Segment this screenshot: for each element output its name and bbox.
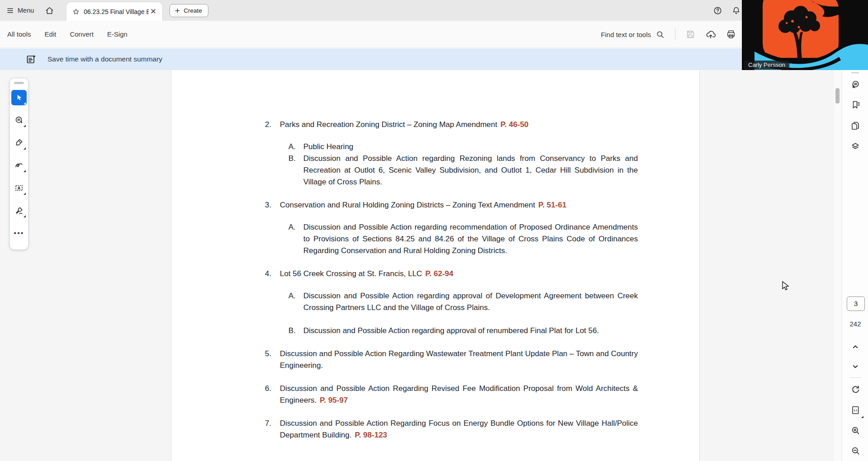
sub-letter: B. (288, 153, 303, 188)
printer-icon (726, 29, 736, 39)
create-button[interactable]: Create (170, 4, 208, 17)
bell-icon (731, 6, 741, 15)
item-title: Discussion and Possible Action Regarding… (280, 418, 638, 441)
toolbar-menu: All tools Edit Convert E-Sign (0, 30, 127, 38)
save-icon (685, 29, 695, 39)
sub-item: B. Discussion and Possible Action regard… (288, 325, 638, 337)
zoom-in-button[interactable] (846, 421, 864, 439)
chevron-up-icon (850, 342, 860, 352)
search-icon (656, 30, 665, 39)
zoom-out-icon (850, 446, 861, 456)
participant-name-label: Carly Persson (744, 61, 789, 70)
right-navigation-rail: 242 1:1 (842, 70, 868, 461)
submenu-marker (861, 416, 863, 418)
tab-bar: Menu 06.23.25 Final Village Bo... ✕ Crea… (0, 0, 868, 21)
fill-and-sign-tool-button[interactable] (11, 203, 27, 218)
item-title: Conservation and Rural Holding Zoning Di… (280, 199, 638, 211)
highlighter-icon (14, 138, 24, 148)
item-title: Discussion and Possible Action Regarding… (280, 383, 638, 406)
rotate-page-button[interactable] (846, 381, 864, 399)
sub-text: Public Hearing (303, 141, 638, 153)
previous-page-button[interactable] (846, 338, 864, 356)
submenu-marker (24, 193, 26, 195)
toolbar-actions: Find text or tools (601, 21, 736, 48)
zoom-out-button[interactable] (846, 442, 864, 460)
draw-tool-button[interactable] (11, 158, 27, 173)
agenda-item-3: 3. Conservation and Rural Holding Zoning… (265, 199, 638, 257)
find-label: Find text or tools (601, 31, 651, 38)
help-button[interactable] (713, 6, 722, 15)
page-reference: P. 95-97 (320, 396, 348, 405)
agenda-content: 2. Parks and Recreation Zoning District … (171, 70, 699, 441)
sub-text: Discussion and Possible Action regarding… (303, 221, 638, 257)
cloud-upload-icon (705, 29, 716, 40)
item-title: Lot 56 Creek Crossing at St. Francis, LL… (280, 268, 638, 280)
pdf-page: 2. Parks and Recreation Zoning District … (171, 70, 700, 461)
page-reference: P. 46-50 (500, 120, 528, 129)
item-title: Parks and Recreation Zoning District – Z… (280, 119, 638, 131)
agenda-item-4: 4. Lot 56 Creek Crossing at St. Francis,… (265, 268, 638, 337)
page-number-input[interactable] (847, 296, 865, 311)
edit-menu[interactable]: Edit (45, 30, 57, 38)
pages-copy-icon (850, 120, 861, 131)
page-fit-icon: 1:1 (850, 405, 861, 415)
document-tab[interactable]: 06.23.25 Final Village Bo... ✕ (66, 2, 162, 21)
submenu-marker (24, 102, 26, 104)
comment-bubble-icon (14, 115, 24, 125)
hamburger-icon (6, 7, 14, 14)
document-viewport[interactable]: 2. Parks and Recreation Zoning District … (0, 70, 842, 461)
esign-menu[interactable]: E-Sign (107, 30, 127, 38)
page-reference: P. 51-61 (538, 201, 566, 209)
page-reference: P. 62-94 (425, 269, 453, 278)
more-tools-button[interactable]: ••• (11, 226, 27, 241)
menu-label: Menu (18, 7, 34, 14)
agenda-item-7: 7. Discussion and Possible Action Regard… (265, 418, 638, 441)
select-tool-button[interactable] (11, 90, 27, 105)
close-tab-icon[interactable]: ✕ (149, 8, 158, 15)
document-summary-banner[interactable]: Save time with a document summary (0, 48, 868, 70)
rail-divider-dash (851, 72, 859, 73)
quick-tools-panel: ••• (10, 79, 28, 249)
item-number: 2. (265, 119, 280, 131)
notifications-button[interactable] (731, 6, 741, 15)
next-page-button[interactable] (846, 358, 864, 376)
page-thumbnails-button[interactable] (846, 117, 864, 135)
tab-title: 06.23.25 Final Village Bo... (84, 8, 149, 15)
share-cloud-button[interactable] (705, 29, 716, 40)
print-button[interactable] (726, 29, 736, 39)
select-arrow-icon (14, 93, 24, 102)
sub-letter: B. (288, 325, 303, 337)
sub-text: Discussion and Possible Action regarding… (303, 325, 638, 337)
vertical-scrollbar[interactable] (834, 70, 841, 461)
scrollbar-thumb[interactable] (835, 88, 840, 103)
item-number: 3. (265, 199, 280, 211)
video-participant-tile[interactable]: Carly Persson (742, 0, 868, 70)
find-text-button[interactable]: Find text or tools (601, 30, 665, 39)
main-toolbar: All tools Edit Convert E-Sign Find text … (0, 21, 868, 48)
sub-letter: A. (288, 141, 303, 153)
star-icon[interactable] (72, 8, 80, 16)
ellipsis-icon: ••• (14, 229, 24, 237)
all-tools-menu[interactable]: All tools (7, 30, 31, 38)
page-reference: P. 98-123 (355, 431, 387, 439)
item-number: 5. (265, 348, 280, 372)
page-fit-button[interactable]: 1:1 (846, 401, 864, 419)
sub-text: Discussion and Possible Action regarding… (303, 290, 638, 314)
convert-menu[interactable]: Convert (70, 30, 94, 38)
tabbar-right-icons (713, 0, 741, 21)
summary-sparkle-icon (26, 54, 37, 65)
bookmarks-panel-button[interactable] (846, 96, 864, 114)
svg-text:1:1: 1:1 (853, 409, 858, 412)
highlight-tool-button[interactable] (11, 135, 27, 151)
submenu-marker (24, 125, 26, 127)
menu-button[interactable]: Menu (0, 0, 40, 21)
panel-drag-handle[interactable] (14, 82, 24, 84)
layers-panel-button[interactable] (846, 137, 864, 155)
home-button[interactable] (40, 0, 58, 21)
comments-panel-button[interactable] (846, 76, 864, 94)
add-comment-tool-button[interactable] (11, 113, 27, 128)
toolbar-divider (675, 28, 675, 40)
save-button[interactable] (685, 29, 695, 39)
select-text-box-tool-button[interactable] (11, 180, 27, 196)
submenu-marker (24, 147, 26, 150)
